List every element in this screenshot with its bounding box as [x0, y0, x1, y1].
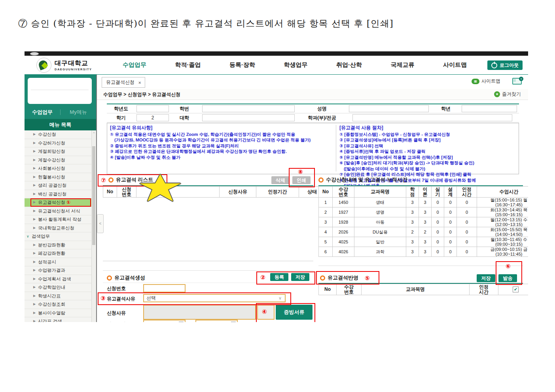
grade-input[interactable] [462, 105, 517, 112]
sidebar-item-3[interactable]: ▶계절수강신청 [25, 156, 92, 165]
menu-arrow-icon: ▶ [33, 275, 36, 283]
cell-r2c2: 아동 [354, 217, 406, 227]
period-start-input[interactable] [143, 320, 186, 322]
name-input[interactable] [349, 105, 429, 112]
evidence-button[interactable]: 증빙서류 [276, 305, 313, 320]
absence-list-table: No신청 번호신청사유인정기간상태 [103, 186, 326, 198]
sidebar-item-20[interactable]: ▶수강신청조회 [25, 300, 92, 309]
send-button[interactable]: 발송 [498, 274, 517, 282]
section-bullet-icon [318, 177, 324, 183]
sidebar-item-9[interactable]: ▶유고결석신청서 서식 [25, 207, 92, 216]
sidebar-item-12[interactable]: ∨검색업무 [25, 232, 92, 241]
semester-input[interactable]: 2 [136, 114, 169, 121]
column-header-0: No [319, 284, 337, 295]
table-row[interactable]: 31928아동33000월(12:00~13:15) 수(12:00~13:15… [319, 217, 528, 227]
university-logo-text: 대구대학교 DAEGUUNIVERSITY [55, 59, 92, 71]
nav-career[interactable]: 취업·산학 [336, 61, 362, 69]
major-input[interactable] [352, 114, 513, 121]
cell-r2c0: 3 [319, 217, 333, 227]
close-window-icon[interactable]: × [512, 78, 522, 85]
menu-arrow-icon: ▶ [33, 283, 36, 292]
sidebar-item-21[interactable]: ▶봉사이수열람 [25, 309, 92, 318]
menu-arrow-icon: ▶ [33, 181, 36, 190]
sidebar-item-2[interactable]: ▶계절희망신청 [25, 147, 92, 156]
studentid-label: 학번 [170, 104, 199, 113]
sidebar-item-17[interactable]: ▶수업계획서 검색 [25, 275, 92, 284]
sidebar-item-13[interactable]: ▶분반강좌현황 [25, 241, 92, 250]
logout-button[interactable]: 로그아웃 [487, 60, 523, 70]
sidebar-item-8[interactable]: ▶유고결석신청① [25, 198, 92, 207]
tab-absence-apply[interactable]: 유고결석신청 × [102, 77, 145, 88]
sidebar-item-16[interactable]: ▶수업평가결과 [25, 266, 92, 275]
sidebar-item-15[interactable]: ▶성적공시 [25, 258, 92, 267]
notice-precautions-title: [유고결석 유의사항] [110, 125, 331, 131]
create-save-button[interactable]: 저장 [291, 273, 309, 281]
scroll-up-icon[interactable]: ^ [92, 131, 96, 135]
favorite-link[interactable]: ★ 즐겨찾기 [494, 91, 521, 98]
notice-procedure: [유고결석 사용 절차] ① [종합정보시스템] - 수업업무 - 신청업무 -… [336, 125, 518, 172]
apply-reason-textarea[interactable] [143, 305, 256, 320]
register-button[interactable]: 등록 [270, 273, 288, 281]
annotation-7: ⑦ [101, 177, 106, 183]
sidebar-item-19[interactable]: ▶학생시간표 [25, 292, 92, 301]
university-logo[interactable]: 대구대학교 DAEGUUNIVERSITY [36, 58, 92, 73]
sidebar-item-11[interactable]: ▶국내학점교류신청 [25, 224, 92, 233]
calendar-icon[interactable] [179, 322, 184, 322]
table-row[interactable]: 64026과학33000금(09:00~10:15) 금(10:30~11:45… [319, 247, 528, 257]
sitemap-link[interactable]: ▦ 사이트맵 [472, 78, 500, 85]
table-row[interactable]: 21927생명33000화(13:30~14:45) 목(15:00~16:15… [319, 207, 528, 217]
table-row[interactable]: 54025일반33000월(10:30~11:45) 수(09:00~10:15… [319, 237, 528, 247]
row-divider [103, 283, 313, 283]
nav-international[interactable]: 국제교류 [391, 61, 415, 69]
college-input[interactable] [202, 114, 295, 121]
year-input[interactable] [136, 105, 169, 112]
sidebar-item-5[interactable]: ▶헌혈봉사신청 [25, 173, 92, 182]
sidebar-item-label: 수업평가결과 [38, 268, 65, 273]
cell-r2c1: 1928 [333, 217, 354, 227]
sidebar-item-22[interactable]: ▶시간표 검색 [25, 317, 92, 322]
sidebar-item-18[interactable]: ▶수강학점안내 [25, 283, 92, 292]
power-icon [491, 62, 497, 68]
sidebar-item-7[interactable]: ▶백신 공결신청 [25, 190, 92, 199]
sidebar-item-label: 수강학점안내 [38, 285, 65, 290]
period-end-input[interactable] [195, 320, 238, 322]
cell-r4c0: 5 [319, 237, 333, 247]
tab-close-icon[interactable]: × [138, 80, 141, 85]
reason-select[interactable]: 선택 ∨ [143, 294, 286, 302]
cell-r1c6: 0 [444, 207, 457, 217]
sidebar-collapse-handle[interactable]: < [97, 214, 104, 233]
nav-sitemap[interactable]: 사이트맵 [443, 61, 467, 69]
reflect-save-button[interactable]: 저장 [477, 274, 495, 282]
cell-r1c4: 3 [419, 207, 432, 217]
request-no-input[interactable] [143, 284, 186, 292]
table-row[interactable]: 42026DU실용22000화(15:00~15:50) 목(14:00~14:… [319, 227, 528, 237]
checkbox-checked-icon[interactable]: ✔ [513, 286, 519, 292]
sidebar-item-14[interactable]: ▶폐강강좌현황 [25, 249, 92, 258]
cell-r3c7: 0 [457, 227, 477, 237]
sidebar-item-10[interactable]: ▶봉사 활동계획서 작성 [25, 215, 92, 224]
sidebar-item-4[interactable]: ▶사회봉사신청 [25, 164, 92, 173]
sidebar-item-6[interactable]: ▶생리 공결신청 [25, 181, 92, 190]
sidebar-item-1[interactable]: ▶수강허가신청 [25, 139, 92, 148]
sidebar-item-0[interactable]: ▶수강신청 [25, 130, 92, 139]
calendar-icon[interactable] [231, 322, 236, 322]
print-button[interactable]: 인쇄 [292, 176, 311, 184]
scrollbar-thumb[interactable] [92, 146, 95, 245]
nav-student[interactable]: 학생업무 [284, 61, 308, 69]
sidebar-tabs: 수업업무 My메뉴 [25, 107, 96, 117]
cell-r5c5: 0 [432, 247, 444, 257]
sidebar-scrollbar[interactable]: ^ [91, 130, 96, 322]
cell-r1c7: 0 [457, 207, 477, 217]
table-row[interactable]: 11450생태33000월(15:00~16:15) 월(16:30~17:45… [319, 198, 528, 207]
column-header-2: 교과목명 [354, 187, 406, 198]
nav-registration[interactable]: 등록·장학 [229, 61, 255, 69]
name-label: 성명 [298, 104, 346, 113]
cell-r4c8: 월(10:30~11:45) 수(09:00~10:15) [477, 237, 528, 247]
nav-classwork[interactable]: 수업업무 [123, 61, 146, 69]
delete-button[interactable]: 삭제 [271, 176, 290, 184]
studentid-input[interactable] [202, 105, 295, 112]
sidebar-tab-classwork[interactable]: 수업업무 [25, 109, 60, 116]
reflect-table: No수강 번호교과목명인정 시간✔ [318, 284, 528, 295]
nav-records[interactable]: 학적·졸업 [175, 61, 201, 69]
sidebar-tab-mymenu[interactable]: My메뉴 [61, 109, 96, 116]
